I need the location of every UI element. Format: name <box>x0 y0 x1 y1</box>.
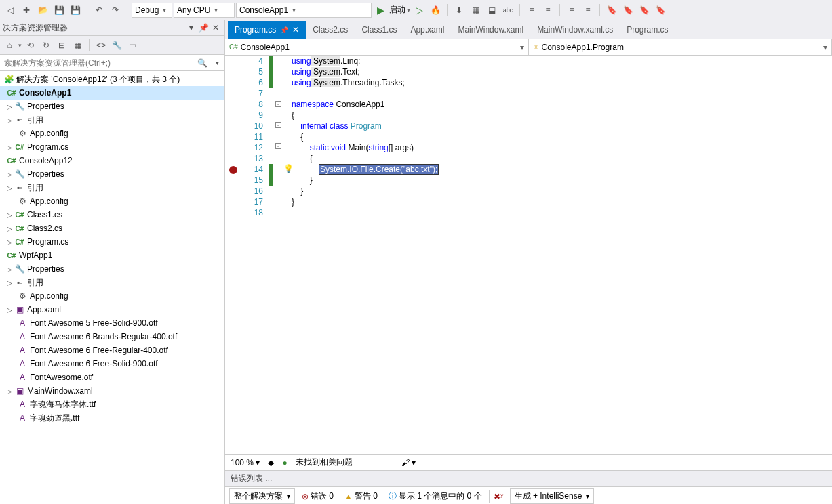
tree-mainwindow[interactable]: ▷▣MainWindow.xaml <box>0 384 224 398</box>
intellisense-dropdown[interactable]: 生成 + IntelliSense <box>510 488 595 504</box>
messages-filter[interactable]: ⓘ显示 1 个消息中的 0 个 <box>384 489 486 503</box>
tree-appconfig[interactable]: ⚙App.config <box>0 289 224 303</box>
code-icon[interactable]: <> <box>94 39 108 52</box>
nav-project-dropdown[interactable]: C#ConsoleApp1 <box>225 39 529 55</box>
tree-programcs[interactable]: ▷C#Program.cs <box>0 235 224 249</box>
project-consoleapp1[interactable]: C#ConsoleApp1 <box>0 86 224 100</box>
nav-class-dropdown[interactable]: ⚛ConsoleApp1.Program <box>529 39 833 55</box>
tree-appxaml[interactable]: ▷▣App.xaml <box>0 303 224 316</box>
tab-mainwindow-xaml[interactable]: MainWindow.xaml <box>451 21 530 39</box>
sync-icon[interactable]: ⟲ <box>24 39 37 52</box>
tab-program-cs[interactable]: Program.cs📌✕ <box>228 21 306 39</box>
lightbulb-icon[interactable]: 💡 <box>283 164 292 173</box>
tree-properties[interactable]: ▷🔧Properties <box>0 262 224 276</box>
tool2-icon[interactable]: abc <box>500 3 515 18</box>
error-lens-icon[interactable]: ◆ <box>268 458 274 467</box>
solution-panel-title: 决方案资源管理器 <box>3 22 185 34</box>
bookmark-prev-icon[interactable]: 🔖 <box>620 3 635 18</box>
pin-icon[interactable]: 📌 <box>280 26 288 34</box>
preview-icon[interactable]: ▭ <box>125 39 139 52</box>
breakpoint-gutter[interactable] <box>225 56 241 454</box>
tree-font[interactable]: AFont Awesome 5 Free-Solid-900.otf <box>0 316 224 330</box>
tree-class2[interactable]: ▷C#Class2.cs <box>0 222 224 235</box>
brush-icon[interactable]: 🖌 ▾ <box>401 458 416 467</box>
search-dropdown-icon[interactable]: ▾ <box>210 59 224 66</box>
warnings-filter[interactable]: ▲警告 0 <box>340 489 382 503</box>
breakpoint-icon[interactable] <box>229 166 237 174</box>
layout-icon[interactable]: ▦ <box>468 3 483 18</box>
project-wpfapp1[interactable]: C#WpfApp1 <box>0 249 224 262</box>
code-editor[interactable]: 456789101112131415161718 - - - 💡 using S… <box>225 56 832 454</box>
check-icon: ● <box>282 458 287 467</box>
new-item-icon[interactable]: ✚ <box>19 3 34 18</box>
errors-filter[interactable]: ⊗错误 0 <box>298 489 338 503</box>
panel-close-icon[interactable]: ✕ <box>210 23 222 33</box>
tree-font[interactable]: A字魂海马体字体.ttf <box>0 398 224 411</box>
tree-appconfig[interactable]: ⚙App.config <box>0 127 224 140</box>
show-all-icon[interactable]: ▦ <box>71 39 84 52</box>
nav-back-icon[interactable]: ◁ <box>3 3 18 18</box>
zoom-dropdown[interactable]: 100 % ▾ <box>231 458 260 467</box>
bookmark-clear-icon[interactable]: 🔖 <box>653 3 668 18</box>
indent-icon[interactable]: ≡ <box>540 3 555 18</box>
project-consoleapp12[interactable]: C#ConsoleApp12 <box>0 154 224 167</box>
error-scope-dropdown[interactable]: 整个解决方案 <box>229 488 295 504</box>
tree-font[interactable]: A字魂劲道黑.ttf <box>0 411 224 425</box>
build-filter[interactable]: ✖ʸ <box>489 490 507 503</box>
redo-icon[interactable]: ↷ <box>108 3 123 18</box>
tree-appconfig[interactable]: ⚙App.config <box>0 194 224 208</box>
collapse-icon[interactable]: ⊟ <box>55 39 68 52</box>
save-icon[interactable]: 💾 <box>52 3 66 18</box>
hot-reload-icon[interactable]: 🔥 <box>428 3 443 18</box>
save-all-icon[interactable]: 💾 <box>68 3 83 18</box>
tab-program-cs-2[interactable]: Program.cs <box>620 21 675 39</box>
fold-icon[interactable]: - <box>275 122 281 128</box>
tree-properties[interactable]: ▷🔧Properties <box>0 167 224 181</box>
fold-icon[interactable]: - <box>275 101 281 107</box>
launch-no-debug-icon[interactable]: ▷ <box>412 3 427 18</box>
tab-appxaml[interactable]: App.xaml <box>403 21 451 39</box>
outdent-icon[interactable]: ≡ <box>524 3 539 18</box>
bookmark-icon[interactable]: 🔖 <box>604 3 619 18</box>
comment-icon[interactable]: ≡ <box>564 3 579 18</box>
startup-dropdown[interactable]: ConsoleApp1 <box>236 3 372 18</box>
tree-references[interactable]: ▷▪▫引用 <box>0 276 224 289</box>
platform-dropdown[interactable]: Any CPU <box>174 3 235 18</box>
selected-code: System.IO.File.Create("abc.txt"); <box>319 164 439 175</box>
tool1-icon[interactable]: ⬓ <box>484 3 499 18</box>
tree-properties[interactable]: ▷🔧Properties <box>0 100 224 113</box>
tree-font[interactable]: AFont Awesome 6 Free-Solid-900.otf <box>0 357 224 371</box>
search-icon[interactable]: 🔍 <box>195 58 210 68</box>
bookmark-next-icon[interactable]: 🔖 <box>637 3 652 18</box>
solution-root[interactable]: 🧩解决方案 'ConsoleApp12' (3 个项目，共 3 个) <box>0 72 224 86</box>
config-dropdown[interactable]: Debug <box>132 3 172 18</box>
tab-class2[interactable]: Class2.cs <box>306 21 355 39</box>
tree-class1[interactable]: ▷C#Class1.cs <box>0 208 224 222</box>
uncomment-icon[interactable]: ≡ <box>580 3 595 18</box>
tree-font[interactable]: AFont Awesome 6 Brands-Regular-400.otf <box>0 330 224 343</box>
tree-references[interactable]: ▷▪▫引用 <box>0 113 224 127</box>
code-nav: C#ConsoleApp1 ⚛ConsoleApp1.Program <box>225 39 832 56</box>
tree-font[interactable]: AFontAwesome.otf <box>0 371 224 384</box>
code-content[interactable]: using System.Linq; using System.Text; us… <box>292 56 832 454</box>
step-icon[interactable]: ⬇ <box>452 3 467 18</box>
tree-font[interactable]: AFont Awesome 6 Free-Regular-400.otf <box>0 343 224 357</box>
properties-icon[interactable]: 🔧 <box>110 39 123 52</box>
tree-programcs[interactable]: ▷C#Program.cs <box>0 140 224 154</box>
tab-mainwindow-cs[interactable]: MainWindow.xaml.cs <box>530 21 620 39</box>
refresh-icon[interactable]: ↻ <box>39 39 53 52</box>
fold-column[interactable]: - - - <box>273 56 283 454</box>
undo-icon[interactable]: ↶ <box>92 3 106 18</box>
main-toolbar: ◁ ✚ 📂 💾 💾 ↶ ↷ Debug Any CPU ConsoleApp1 … <box>0 0 832 20</box>
solution-search-input[interactable] <box>0 58 195 68</box>
home-icon[interactable]: ⌂ <box>3 39 16 52</box>
fold-icon[interactable]: - <box>275 143 281 149</box>
tab-class1[interactable]: Class1.cs <box>355 21 403 39</box>
panel-dropdown-icon[interactable]: ▾ <box>185 23 197 33</box>
tree-references[interactable]: ▷▪▫引用 <box>0 181 224 194</box>
open-icon[interactable]: 📂 <box>35 3 50 18</box>
launch-button[interactable]: ▶ <box>373 3 388 18</box>
close-icon[interactable]: ✕ <box>292 25 299 35</box>
panel-pin-icon[interactable]: 📌 <box>197 23 210 33</box>
editor-area: Program.cs📌✕ Class2.cs Class1.cs App.xam… <box>225 20 832 504</box>
